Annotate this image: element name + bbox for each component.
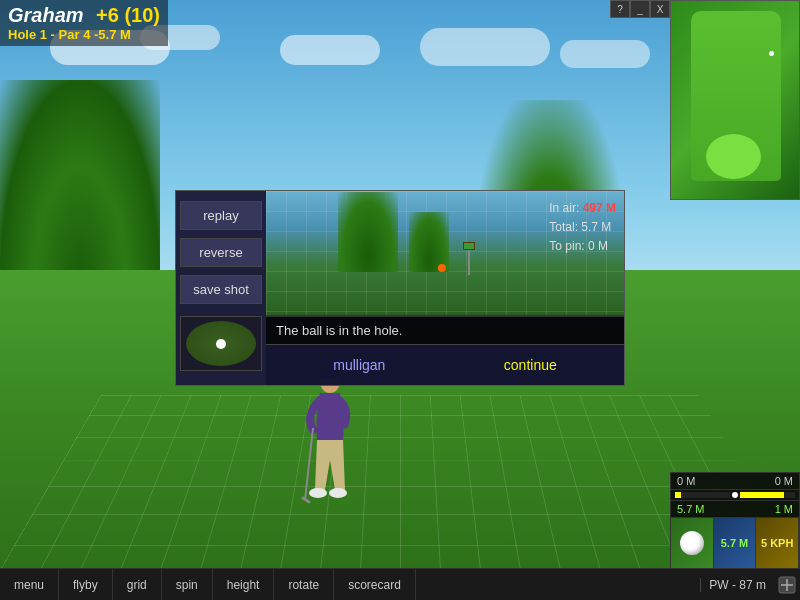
speed-value-display: 5 KPH: [761, 537, 793, 549]
dist-value-display: 5.7 M: [721, 537, 749, 549]
to-pin-value: 0 M: [588, 239, 608, 253]
save-shot-button[interactable]: save shot: [180, 275, 262, 304]
club-select-icon[interactable]: [778, 576, 796, 594]
dist-value-box: 5.7 M: [714, 518, 757, 568]
svg-line-5: [305, 428, 313, 500]
rotate-button[interactable]: rotate: [274, 569, 334, 600]
to-pin-stat: To pin: 0 M: [549, 237, 616, 256]
in-air-label: In air:: [549, 201, 579, 215]
dialog-right-panel: In air: 497 M Total: 5.7 M To pin: 0 M: [266, 191, 624, 385]
mini-map-inner: [671, 1, 799, 199]
total-value: 5.7 M: [581, 220, 611, 234]
window-controls: ? _ X: [610, 0, 670, 18]
dialog-bottom-buttons: mulligan continue: [266, 344, 624, 385]
minimize-button[interactable]: _: [630, 0, 650, 18]
distance-row-top: 0 M 0 M: [671, 473, 799, 490]
bottom-right-icons: 5.7 M 5 KPH: [671, 518, 799, 568]
bottom-toolbar: menu flyby grid spin height rotate score…: [0, 568, 800, 600]
shot-result-dialog: replay reverse save shot: [175, 190, 625, 386]
hole-info: Hole 1 - Par 4 -5.7 M: [8, 27, 160, 42]
mini-map-green: [706, 134, 761, 179]
shot-view: In air: 497 M Total: 5.7 M To pin: 0 M: [266, 191, 624, 316]
svg-line-6: [303, 498, 309, 502]
player-name: Graham: [8, 4, 84, 26]
distances-panel: 0 M 0 M 5.7 M 1 M 5.7 M 5 KPH: [670, 472, 800, 568]
hud-top-left: Graham +6 (10) Hole 1 - Par 4 -5.7 M: [0, 0, 168, 46]
total-label: Total:: [549, 220, 578, 234]
flag-marker: [463, 242, 475, 275]
shot-preview-box: [180, 316, 262, 371]
shot-stats: In air: 497 M Total: 5.7 M To pin: 0 M: [549, 199, 616, 257]
ball-icon-box: [671, 518, 714, 568]
grid-button[interactable]: grid: [113, 569, 162, 600]
help-button[interactable]: ?: [610, 0, 630, 18]
dist-top-right: 0 M: [775, 475, 793, 487]
svg-point-3: [309, 488, 327, 498]
dialog-left-panel: replay reverse save shot: [176, 191, 266, 385]
shot-ball-marker: [438, 264, 446, 272]
club-info: PW - 87 m: [700, 578, 774, 592]
dist-bottom-right: 1 M: [775, 503, 793, 515]
mini-map: [670, 0, 800, 200]
toolbar-right: PW - 87 m: [700, 576, 800, 594]
dist-top-left: 0 M: [677, 475, 695, 487]
to-pin-label: To pin:: [549, 239, 584, 253]
distance-bar-left: [675, 492, 730, 498]
continue-button[interactable]: continue: [484, 353, 577, 377]
reverse-button[interactable]: reverse: [180, 238, 262, 267]
dist-marker: [732, 492, 738, 498]
mulligan-button[interactable]: mulligan: [313, 353, 405, 377]
scorecard-button[interactable]: scorecard: [334, 569, 416, 600]
in-air-stat: In air: 497 M: [549, 199, 616, 218]
shot-preview-inner: [186, 321, 256, 366]
total-stat: Total: 5.7 M: [549, 218, 616, 237]
menu-button[interactable]: menu: [0, 569, 59, 600]
player-score: +6 (10): [96, 4, 160, 26]
dialog-content: replay reverse save shot: [176, 191, 624, 385]
speed-value-box: 5 KPH: [756, 518, 799, 568]
golf-ball-icon: [680, 531, 704, 555]
dist-bottom-left: 5.7 M: [677, 503, 705, 515]
flyby-button[interactable]: flyby: [59, 569, 113, 600]
height-button[interactable]: height: [213, 569, 275, 600]
distance-row-bottom: 5.7 M 1 M: [671, 501, 799, 518]
spin-button[interactable]: spin: [162, 569, 213, 600]
distance-bar-right: [740, 492, 795, 498]
in-air-value: 497 M: [583, 201, 616, 215]
mini-map-ball-position: [769, 51, 774, 56]
shot-message: The ball is in the hole.: [266, 316, 624, 344]
shot-view-tree: [338, 192, 398, 272]
shot-ball: [216, 339, 226, 349]
game-scene: Graham +6 (10) Hole 1 - Par 4 -5.7 M ? _…: [0, 0, 800, 600]
distance-bar-row: [671, 490, 799, 501]
replay-button[interactable]: replay: [180, 201, 262, 230]
shot-view-tree2: [409, 212, 449, 272]
close-button[interactable]: X: [650, 0, 670, 18]
svg-point-4: [329, 488, 347, 498]
